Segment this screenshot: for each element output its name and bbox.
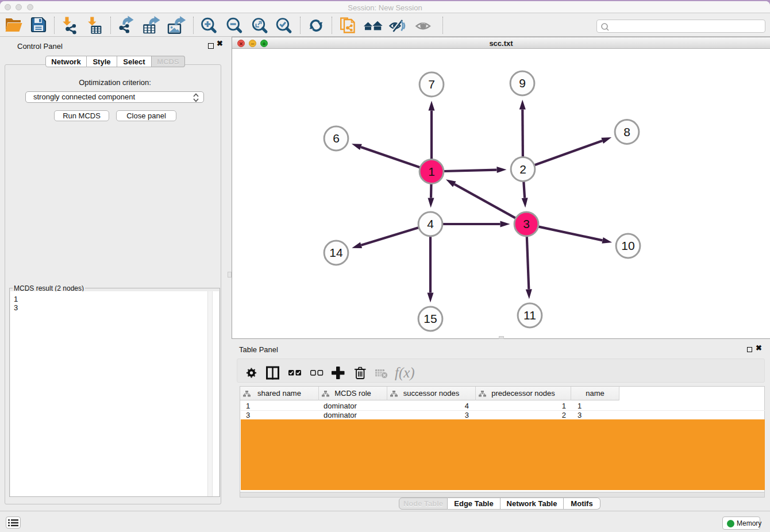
svg-text:1: 1 xyxy=(428,164,435,178)
svg-text:6: 6 xyxy=(333,132,340,145)
svg-text:15: 15 xyxy=(424,312,437,325)
svg-text:10: 10 xyxy=(621,239,634,252)
svg-text:4: 4 xyxy=(427,217,434,230)
svg-text:7: 7 xyxy=(428,78,435,91)
svg-text:11: 11 xyxy=(523,309,536,322)
svg-text:f(x): f(x) xyxy=(395,365,415,381)
svg-text:9: 9 xyxy=(519,76,526,90)
svg-text:14: 14 xyxy=(329,246,343,259)
svg-text:3: 3 xyxy=(523,217,530,230)
svg-text:8: 8 xyxy=(623,125,630,138)
svg-text:2: 2 xyxy=(519,162,526,175)
